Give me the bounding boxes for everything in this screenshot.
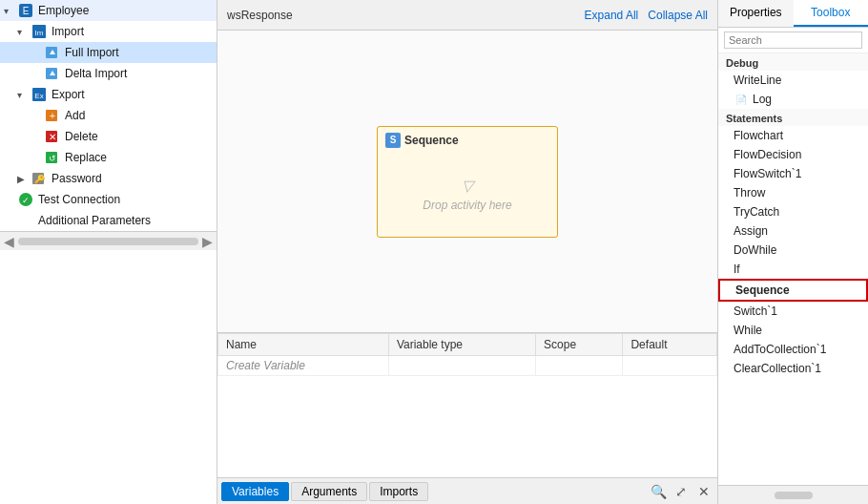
sequence-box: S Sequence ▽ Drop activity here — [377, 126, 558, 238]
canvas-header: wsResponse Expand All Collapse All — [217, 0, 717, 31]
tree-icon-delete: ✕ — [44, 129, 61, 144]
close-tab-icon[interactable]: ✕ — [694, 482, 713, 501]
sequence-icon: S — [385, 133, 401, 148]
toolbox-item-flowchart[interactable]: Flowchart — [718, 126, 868, 145]
tree-arrow-password[interactable]: ▶ — [17, 174, 31, 184]
tree-arrow-employee[interactable]: ▾ — [4, 6, 17, 16]
tree-label-delta-import: Delta Import — [65, 67, 127, 80]
tree-icon-replace: ↺ — [44, 150, 61, 165]
tree-label-export: Export — [52, 88, 85, 101]
tree-item-export[interactable]: ▾ExExport — [0, 84, 217, 105]
tree-arrow-import[interactable]: ▾ — [17, 27, 31, 37]
toolbox-item-dowhile[interactable]: DoWhile — [718, 241, 868, 260]
toolbox-item-throw[interactable]: Throw — [718, 183, 868, 202]
type-cell — [388, 356, 535, 376]
col-scope: Scope — [536, 334, 623, 356]
col-type: Variable type — [388, 334, 535, 356]
toolbox-item-sequence[interactable]: Sequence — [718, 279, 868, 302]
tab-imports[interactable]: Imports — [369, 482, 428, 501]
drop-area[interactable]: ▽ Drop activity here — [385, 158, 549, 231]
main-canvas-area: wsResponse Expand All Collapse All S Seq… — [217, 0, 717, 504]
tree-item-replace[interactable]: ↺Replace — [0, 147, 217, 168]
scroll-bottom-handle[interactable] — [775, 492, 813, 499]
left-panel-scrollbar[interactable]: ◀ ▶ — [0, 231, 217, 250]
tree-container: ▾EEmployee▾ImImportFull ImportDelta Impo… — [0, 0, 217, 231]
toolbox-label-flowswitch`1: FlowSwitch`1 — [734, 167, 801, 180]
toolbox-item-trycatch[interactable]: TryCatch — [718, 202, 868, 221]
svg-text:✓: ✓ — [22, 196, 30, 205]
scope-cell — [536, 356, 623, 376]
tree-icon-employee: E — [17, 3, 34, 18]
left-nav-panel: ▾EEmployee▾ImImportFull ImportDelta Impo… — [0, 0, 217, 504]
variables-tabs: Variables Arguments Imports 🔍 ⤢ ✕ — [217, 477, 717, 504]
toolbox-label-trycatch: TryCatch — [734, 205, 779, 219]
toolbox-search-input[interactable] — [724, 32, 862, 49]
toolbox-label-dowhile: DoWhile — [734, 243, 776, 257]
toolbox-icon-log: 📄 — [734, 93, 749, 106]
tree-icon-delta-import — [44, 66, 61, 81]
tab-action-icons: 🔍 ⤢ ✕ — [649, 482, 713, 501]
drop-arrow-icon: ▽ — [462, 177, 473, 195]
toolbox-label-switch`1: Switch`1 — [734, 304, 777, 318]
expand-all-button[interactable]: Expand All — [585, 9, 639, 22]
toolbox-item-flowswitch-1[interactable]: FlowSwitch`1 — [718, 164, 868, 183]
tree-label-replace: Replace — [65, 151, 107, 164]
toolbox-list: DebugWriteLine📄LogStatementsFlowchartFlo… — [718, 53, 868, 485]
tree-item-test-connection[interactable]: ✓Test Connection — [0, 189, 217, 210]
scroll-right-icon[interactable]: ▶ — [202, 234, 213, 249]
create-variable-cell[interactable]: Create Variable — [218, 356, 389, 376]
tree-arrow-export[interactable]: ▾ — [17, 90, 31, 100]
scroll-handle[interactable] — [18, 238, 198, 245]
tree-item-import[interactable]: ▾ImImport — [0, 21, 217, 42]
tree-item-employee[interactable]: ▾EEmployee — [0, 0, 217, 21]
tree-item-delta-import[interactable]: Delta Import — [0, 63, 217, 84]
tree-item-add[interactable]: +Add — [0, 105, 217, 126]
expand-tab-icon[interactable]: ⤢ — [672, 482, 691, 501]
toolbox-label-writeline: WriteLine — [734, 74, 781, 87]
collapse-all-button[interactable]: Collapse All — [648, 9, 708, 22]
toolbox-item-writeline[interactable]: WriteLine — [718, 71, 868, 90]
search-tab-icon[interactable]: 🔍 — [649, 482, 668, 501]
toolbox-label-log: Log — [753, 93, 772, 106]
tree-label-add: Add — [65, 109, 85, 122]
toolbox-item-switch-1[interactable]: Switch`1 — [718, 302, 868, 321]
tree-icon-add: + — [44, 108, 61, 123]
tree-item-delete[interactable]: ✕Delete — [0, 126, 217, 147]
toolbox-item-log[interactable]: 📄Log — [718, 90, 868, 109]
tree-label-additional-params: Additional Parameters — [38, 214, 151, 227]
toolbox-item-if[interactable]: If — [718, 260, 868, 279]
right-panel-scrollbar[interactable] — [718, 485, 868, 504]
toolbox-label-assign: Assign — [734, 224, 768, 238]
right-panel-tabs: Properties Toolbox — [718, 0, 868, 28]
tab-arguments[interactable]: Arguments — [291, 482, 367, 501]
toolbox-item-clearcollection-1[interactable]: ClearCollection`1 — [718, 359, 868, 378]
svg-text:Ex: Ex — [34, 92, 43, 100]
toolbox-item-while[interactable]: While — [718, 321, 868, 340]
create-variable-row[interactable]: Create Variable — [218, 356, 717, 376]
scroll-left-icon[interactable]: ◀ — [4, 234, 14, 249]
tab-properties[interactable]: Properties — [718, 0, 794, 27]
tree-item-additional-params[interactable]: Additional Parameters — [0, 210, 217, 231]
toolbox-search-box — [718, 28, 868, 53]
toolbox-item-assign[interactable]: Assign — [718, 221, 868, 241]
tree-label-test-connection: Test Connection — [38, 193, 120, 206]
tree-item-full-import[interactable]: Full Import — [0, 42, 217, 63]
drop-text: Drop activity here — [423, 199, 511, 212]
right-panel: Properties Toolbox DebugWriteLine📄LogSta… — [717, 0, 868, 504]
toolbox-label-throw: Throw — [734, 186, 765, 200]
canvas-body: S Sequence ▽ Drop activity here — [217, 31, 717, 332]
toolbox-item-addtocollection-1[interactable]: AddToCollection`1 — [718, 340, 868, 359]
svg-text:🔑: 🔑 — [34, 174, 46, 185]
toolbox-section-statements: Statements — [718, 109, 868, 126]
tab-toolbox[interactable]: Toolbox — [794, 0, 869, 27]
tree-item-password[interactable]: ▶🔑Password — [0, 168, 217, 189]
toolbox-item-flowdecision[interactable]: FlowDecision — [718, 145, 868, 164]
tree-icon-test-connection: ✓ — [17, 192, 34, 207]
svg-text:✕: ✕ — [49, 132, 56, 142]
tab-variables[interactable]: Variables — [221, 482, 289, 501]
toolbox-label-flowchart: Flowchart — [734, 129, 783, 142]
tree-label-delete: Delete — [65, 130, 98, 143]
ws-response-label: wsResponse — [227, 9, 293, 22]
toolbox-label-while: While — [734, 324, 762, 337]
toolbox-label-if: If — [734, 262, 740, 276]
